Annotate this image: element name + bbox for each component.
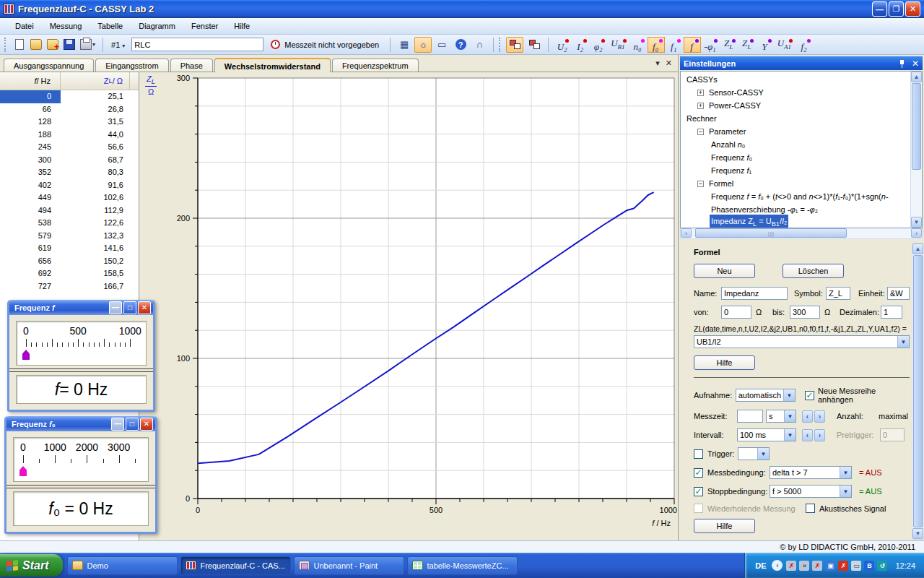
tree-item[interactable]: Frequenz f = f₀ + (t<>0 and n<>1)*(f₁-f₀… [684, 190, 922, 203]
measurement-set-selector[interactable]: #1 ▾ [108, 40, 130, 49]
neue-messreihe-checkbox[interactable]: ✓ [805, 391, 814, 400]
column-header-zl[interactable]: ZL / Ω [61, 72, 130, 90]
cell-zl[interactable]: 31,5 [61, 116, 130, 129]
quantity-n₀-button[interactable]: n₀ [629, 37, 647, 53]
menu-fenster[interactable]: Fenster [183, 20, 226, 33]
stoppbedingung-checkbox[interactable]: ✓ [694, 487, 703, 496]
von-input[interactable] [721, 306, 751, 319]
cell-zl[interactable]: 112,9 [61, 204, 130, 217]
close-button[interactable]: ✕ [138, 301, 151, 314]
intervall-increase-icon[interactable]: › [814, 429, 825, 441]
maximize-button[interactable]: □ [126, 418, 139, 431]
minimize-button[interactable]: — [872, 1, 887, 17]
expand-icon[interactable]: + [697, 103, 704, 109]
tab-wechselstromwiderstand[interactable]: Wechselstromwiderstand [214, 58, 331, 72]
quantity-₂-button[interactable]: φ₂ [590, 37, 607, 53]
cell-zl[interactable]: 44,0 [61, 129, 130, 142]
pin-icon[interactable] [899, 59, 906, 68]
table-row[interactable]: 025,1 [0, 90, 139, 103]
table-row[interactable]: 538122,6 [0, 217, 139, 230]
cell-zl[interactable]: 122,6 [61, 217, 130, 230]
close-button[interactable]: ✕ [905, 1, 920, 17]
aufnahme-hilfe-button[interactable]: Hilfe [694, 519, 755, 533]
table-row[interactable]: 449102,6 [0, 191, 139, 204]
tree-item-label[interactable]: Sensor-CASSY [707, 86, 765, 99]
remote-access-icon[interactable]: ▣ [825, 561, 835, 571]
save-file-button[interactable] [61, 38, 77, 51]
formel-hilfe-button[interactable]: Hilfe [694, 355, 755, 370]
tree-item[interactable]: Frequenz f₀ [684, 151, 922, 164]
trigger-combo[interactable]: ▼ [738, 447, 770, 460]
minimize-button[interactable]: — [111, 418, 124, 431]
scroll-left-icon[interactable]: ‹ [681, 228, 692, 238]
cell-zl[interactable]: 80,3 [61, 166, 130, 179]
tab-phase[interactable]: Phase [170, 59, 213, 72]
messbedingung-checkbox[interactable]: ✓ [694, 468, 703, 478]
table-row[interactable]: 579132,3 [0, 230, 139, 243]
table-row[interactable]: 12831,5 [0, 116, 139, 129]
tree-item[interactable]: +Power-CASSY [684, 99, 922, 112]
bis-input[interactable] [790, 306, 820, 319]
cell-zl[interactable]: 141,6 [61, 242, 130, 255]
cell-zl[interactable]: 26,8 [61, 103, 130, 116]
slider-thumb-icon[interactable] [19, 466, 27, 476]
quantity-f₂-button[interactable]: f₂ [796, 37, 813, 53]
messzeit-unit-combo[interactable]: s ▼ [766, 410, 796, 423]
menu-messung[interactable]: Messung [42, 20, 90, 33]
bluetooth-icon[interactable]: B [864, 561, 874, 571]
cell-f[interactable]: 402 [0, 179, 61, 192]
open-file-button[interactable] [28, 38, 44, 51]
cell-f[interactable]: 656 [0, 255, 61, 268]
layout-icon[interactable]: ▦ [396, 37, 413, 53]
cell-f[interactable]: 66 [0, 103, 61, 116]
quantity-f₀-button[interactable]: f₀ [648, 37, 665, 53]
update-icon[interactable]: ↺ [877, 561, 887, 571]
menu-diagramm[interactable]: Diagramm [131, 20, 183, 33]
scroll-up-icon[interactable]: ▲ [911, 72, 922, 82]
messbedingung-combo[interactable]: delta t > 7 ▼ [770, 466, 852, 479]
tree-item[interactable]: −Parameter [684, 125, 922, 138]
scroll-thumb[interactable] [913, 255, 923, 527]
intervall-combo[interactable]: 100 ms ▼ [737, 428, 796, 441]
quantity-ZL-button[interactable]: ZL [720, 37, 738, 53]
help-icon[interactable]: ? [452, 37, 469, 53]
cell-zl[interactable]: 56,6 [61, 141, 130, 154]
quantity-U₂-button[interactable]: U₂ [554, 37, 571, 53]
maximize-button[interactable]: □ [123, 301, 136, 314]
frequenz-f0-slider[interactable]: 0100020003000 [13, 437, 149, 482]
akustisches-signal-checkbox[interactable] [806, 504, 815, 513]
tree-item-label[interactable]: Frequenz f₀ [710, 151, 754, 164]
tree-item-label[interactable]: CASSYs [685, 73, 719, 86]
clock[interactable]: 12:24 [895, 561, 915, 570]
tree-item[interactable]: Rechner [684, 112, 922, 125]
aufnahme-combo[interactable]: automatisch ▼ [736, 389, 796, 402]
quantity-ZL-button[interactable]: ZL [738, 37, 756, 53]
column-header-f[interactable]: f / Hz [0, 72, 61, 90]
scroll-up-icon[interactable]: ▲ [912, 243, 923, 254]
trigger-checkbox[interactable] [694, 449, 703, 459]
frequenz-f-window[interactable]: Frequenz f — □ ✕ 05001000 f = 0 Hz [7, 300, 155, 412]
tree-item-label[interactable]: Formel [707, 177, 735, 190]
start-button[interactable]: Start [0, 554, 63, 577]
restore-button[interactable]: ❐ [889, 1, 904, 17]
settings-gear-icon[interactable]: ☼ [414, 37, 432, 53]
cell-f[interactable]: 579 [0, 230, 61, 243]
language-indicator[interactable]: DE [755, 561, 766, 570]
quantity-Y-button[interactable]: Y [757, 37, 774, 53]
chevron-down-icon[interactable]: ▼ [784, 410, 796, 422]
table-row[interactable]: 40291,6 [0, 179, 139, 192]
wireless-signal-icon[interactable]: » [799, 561, 809, 571]
table-row[interactable]: 24556,6 [0, 141, 139, 154]
tree-item[interactable]: CASSYs [684, 73, 922, 86]
quantity-₁-button[interactable]: -φ₁ [702, 37, 720, 53]
cell-f[interactable]: 692 [0, 267, 61, 280]
quantity-UB1-button[interactable]: UB1 [608, 37, 628, 53]
frequenz-f0-window[interactable]: Frequenz f₀ — □ ✕ 0100020003000 f₀ = 0 H… [4, 416, 157, 534]
tray-collapse-icon[interactable]: ‹ [772, 560, 783, 571]
menu-datei[interactable]: Datei [7, 20, 42, 33]
table-row[interactable]: 494112,9 [0, 204, 139, 217]
cell-f[interactable]: 188 [0, 129, 61, 142]
collapse-icon[interactable]: − [697, 129, 704, 135]
scroll-down-icon[interactable]: ▼ [911, 217, 922, 228]
table-row[interactable]: 692158,5 [0, 267, 139, 280]
